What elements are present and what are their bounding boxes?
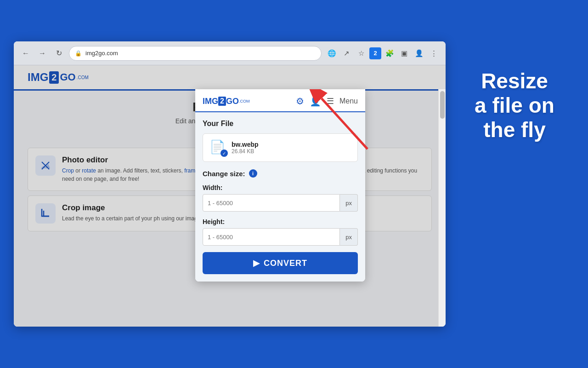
popup-logo: IMG 2 GO .COM — [203, 97, 249, 106]
popup-logo-img: IMG — [203, 97, 218, 106]
popup-logo-2: 2 — [218, 97, 226, 106]
popup-logo-com: .COM — [239, 99, 250, 104]
browser-actions: 🌐 ↗ ☆ 2 🧩 ▣ 👤 ⋮ — [325, 47, 440, 60]
right-text-line1: Resize — [481, 69, 548, 93]
file-info: bw.webp 26.84 KB — [232, 141, 259, 155]
translate-button[interactable]: 🌐 — [325, 47, 338, 60]
popup-menu-label: Menu — [339, 97, 358, 105]
share-button[interactable]: ↗ — [340, 47, 353, 60]
convert-label: CONVERT — [264, 259, 307, 268]
extension-button[interactable]: 2 — [369, 47, 381, 59]
puzzle-button[interactable]: 🧩 — [383, 47, 396, 60]
change-size-row: Change size: i — [203, 169, 358, 178]
forward-button[interactable]: → — [36, 47, 49, 60]
width-input[interactable] — [203, 194, 340, 212]
height-unit: px — [340, 228, 358, 246]
popup-header: IMG 2 GO .COM ⚙ 👤 ☰ Menu — [195, 89, 365, 112]
width-row: Width: px — [203, 184, 358, 212]
more-button[interactable]: ⋮ — [427, 47, 440, 60]
file-card: 📄 ✓ bw.webp 26.84 KB — [203, 133, 358, 162]
address-bar[interactable]: 🔒 img2go.com — [69, 46, 322, 61]
popup-header-icons: ⚙ 👤 ☰ Menu — [296, 96, 358, 107]
popup-scrollbar[interactable] — [438, 89, 446, 327]
file-name: bw.webp — [232, 141, 259, 148]
scrollbar-thumb — [440, 91, 445, 119]
bookmark-button[interactable]: ☆ — [355, 47, 368, 60]
url-text: img2go.com — [85, 50, 118, 57]
browser-window: ← → ↻ 🔒 img2go.com 🌐 ↗ ☆ 2 🧩 ▣ 👤 ⋮ IMG 2… — [14, 41, 446, 327]
popup-panel: IMG 2 GO .COM ⚙ 👤 ☰ Menu Your File — [195, 89, 365, 282]
popup-logo-go: GO — [226, 97, 239, 106]
popup-hamburger-button[interactable]: ☰ — [327, 96, 334, 106]
convert-button[interactable]: ▶ CONVERT — [203, 252, 358, 274]
file-size: 26.84 KB — [232, 148, 259, 155]
height-row: Height: px — [203, 218, 358, 246]
popup-user-button[interactable]: 👤 — [310, 96, 321, 107]
back-button[interactable]: ← — [19, 47, 32, 60]
convert-arrow: ▶ — [253, 258, 260, 268]
right-text-line2: a file on — [475, 93, 554, 117]
reload-button[interactable]: ↻ — [52, 47, 65, 60]
info-icon[interactable]: i — [249, 169, 257, 178]
lock-icon: 🔒 — [75, 50, 82, 57]
website-content: IMG 2 GO .COM Free Onlin... Edit and con… — [14, 65, 446, 327]
right-text-heading: Resize a file on the fly — [455, 69, 574, 142]
height-input[interactable] — [203, 228, 340, 246]
your-file-label: Your File — [203, 120, 358, 128]
right-text-line3: the fly — [483, 118, 545, 142]
file-icon-wrap: 📄 ✓ — [209, 139, 226, 156]
browser-chrome: ← → ↻ 🔒 img2go.com 🌐 ↗ ☆ 2 🧩 ▣ 👤 ⋮ — [14, 41, 446, 65]
width-label: Width: — [203, 184, 358, 191]
height-input-wrap: px — [203, 228, 358, 246]
change-size-label: Change size: — [203, 170, 245, 178]
popup-settings-button[interactable]: ⚙ — [296, 96, 304, 107]
reader-button[interactable]: ▣ — [398, 47, 411, 60]
width-input-wrap: px — [203, 194, 358, 212]
right-side-text: Resize a file on the fly — [455, 69, 574, 142]
width-unit: px — [340, 194, 358, 212]
height-label: Height: — [203, 218, 358, 225]
popup-body: Your File 📄 ✓ bw.webp 26.84 KB Change si… — [195, 112, 365, 282]
file-check-icon: ✓ — [220, 150, 228, 157]
profile-button[interactable]: 👤 — [413, 47, 425, 60]
